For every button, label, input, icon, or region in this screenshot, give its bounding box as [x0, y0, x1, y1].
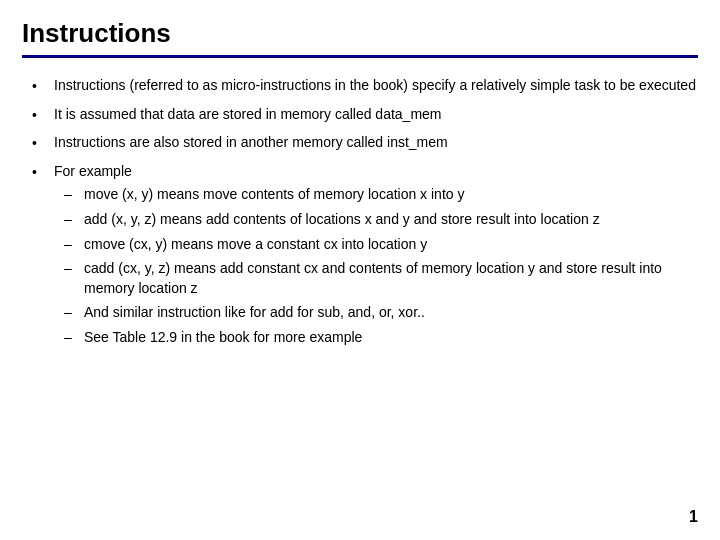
dash-char: – — [64, 328, 80, 348]
sub-list-item: –cmove (cx, y) means move a constant cx … — [64, 235, 698, 255]
page-title: Instructions — [22, 18, 698, 49]
content-list: •Instructions (referred to as micro-inst… — [32, 76, 698, 353]
sub-list-item: –And similar instruction like for add fo… — [64, 303, 698, 323]
dash-char: – — [64, 235, 80, 255]
dash-char: – — [64, 303, 80, 323]
dash-char: – — [64, 185, 80, 205]
dash-char: – — [64, 259, 80, 279]
page-number: 1 — [689, 508, 698, 526]
list-item-text: Instructions (referred to as micro-instr… — [54, 76, 698, 96]
sub-list-item: –See Table 12.9 in the book for more exa… — [64, 328, 698, 348]
sub-list-item: –add (x, y, z) means add contents of loc… — [64, 210, 698, 230]
sub-list-item-text: cadd (cx, y, z) means add constant cx an… — [84, 259, 698, 298]
list-item: •Instructions (referred to as micro-inst… — [32, 76, 698, 97]
list-item-text: For example–move (x, y) means move conte… — [54, 162, 698, 353]
sub-list: –move (x, y) means move contents of memo… — [64, 185, 698, 347]
sub-list-item-text: add (x, y, z) means add contents of loca… — [84, 210, 698, 230]
bullet-char: • — [32, 106, 50, 126]
list-item: •It is assumed that data are stored in m… — [32, 105, 698, 126]
list-item: •For example–move (x, y) means move cont… — [32, 162, 698, 353]
title-section: Instructions — [22, 18, 698, 58]
sub-list-item-text: And similar instruction like for add for… — [84, 303, 698, 323]
bullet-char: • — [32, 77, 50, 97]
slide-container: Instructions •Instructions (referred to … — [0, 0, 720, 540]
sub-list-item: –cadd (cx, y, z) means add constant cx a… — [64, 259, 698, 298]
sub-list-item: –move (x, y) means move contents of memo… — [64, 185, 698, 205]
bullet-char: • — [32, 134, 50, 154]
title-underline — [22, 55, 698, 58]
list-item: •Instructions are also stored in another… — [32, 133, 698, 154]
bullet-char: • — [32, 163, 50, 183]
dash-char: – — [64, 210, 80, 230]
list-item-text: It is assumed that data are stored in me… — [54, 105, 698, 125]
sub-list-item-text: move (x, y) means move contents of memor… — [84, 185, 698, 205]
sub-list-item-text: cmove (cx, y) means move a constant cx i… — [84, 235, 698, 255]
list-item-text: Instructions are also stored in another … — [54, 133, 698, 153]
sub-list-item-text: See Table 12.9 in the book for more exam… — [84, 328, 698, 348]
